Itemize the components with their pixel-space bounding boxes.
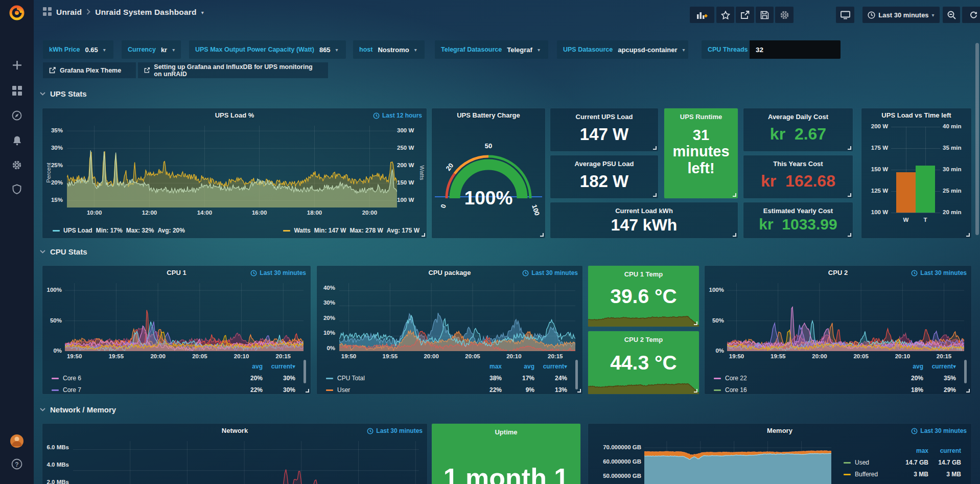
panel-cpu-1: CPU 1 Last 30 minutes 100% 50% 0% 19:50 …	[42, 266, 311, 394]
legend-cpu-package: maxavgcurrent▾ CPU Total 38%17%24% User …	[326, 363, 567, 394]
grafana-logo-icon[interactable]	[0, 2, 34, 24]
page-scrollbar[interactable]	[975, 43, 979, 235]
chevron-right-icon	[86, 8, 90, 17]
caret-down-icon: ▾	[103, 47, 106, 53]
chevron-down-icon	[40, 408, 45, 411]
legend-scrollbar[interactable]	[575, 360, 578, 389]
cpu2-chart[interactable]	[727, 283, 964, 351]
chevron-down-icon	[40, 250, 45, 253]
panel-this-years-cost: This Years Cost kr 162.68	[743, 155, 853, 198]
cpu-package-chart[interactable]	[339, 283, 575, 351]
variable-host[interactable]: host Nostromo ▾	[353, 40, 425, 59]
variable-currency[interactable]: Currency kr ▾	[122, 40, 181, 59]
resize-handle[interactable]	[577, 389, 581, 393]
panel-time-range[interactable]: Last 30 minutes	[250, 269, 306, 276]
alerting-bell-icon[interactable]	[0, 130, 34, 151]
panel-current-load-kwh: Current Load kWh 147 kWh	[550, 202, 738, 238]
explore-compass-icon[interactable]	[0, 105, 34, 126]
top-navbar: Unraid Unraid System Dashboard ▾ Last 3	[34, 0, 980, 25]
help-icon[interactable]: ?	[0, 454, 34, 474]
panel-ups-battery-charge: UPS Battery Charge 0 20 50 100 100%	[432, 108, 545, 238]
panel-uptime: Uptime 1 month 1	[432, 424, 580, 484]
series-swatch	[52, 389, 59, 391]
panel-time-range[interactable]: Last 12 hours	[373, 112, 422, 119]
resize-handle[interactable]	[733, 233, 736, 237]
apps-grid-icon[interactable]	[43, 7, 52, 18]
resize-handle[interactable]	[848, 193, 851, 197]
bar-watts[interactable]	[896, 172, 916, 213]
dashboards-icon[interactable]	[0, 80, 34, 101]
panel-time-range[interactable]: Last 30 minutes	[367, 427, 423, 434]
user-avatar[interactable]	[0, 431, 34, 451]
resize-handle[interactable]	[653, 193, 657, 197]
variable-telegraf-datasource[interactable]: Telegraf Datasource Telegraf ▾	[435, 40, 548, 59]
section-network-memory[interactable]: Network / Memory	[40, 405, 116, 414]
series-swatch	[52, 378, 59, 379]
breadcrumb-dashboard[interactable]: Unraid System Dashboard	[95, 8, 196, 17]
variable-ups-datasource[interactable]: UPS Datasource apcupsd-container ▾	[557, 40, 688, 59]
resize-handle[interactable]	[966, 389, 970, 393]
clock-icon	[868, 11, 875, 19]
panel-average-daily-cost: Average Daily Cost kr 2.67	[743, 108, 853, 151]
cpu1-chart[interactable]	[65, 283, 304, 351]
memory-chart[interactable]	[644, 441, 831, 484]
series-swatch	[714, 378, 721, 379]
resize-handle[interactable]	[966, 233, 970, 237]
section-cpu-stats[interactable]: CPU Stats	[40, 247, 87, 256]
bar-time[interactable]	[916, 166, 935, 213]
legend-row: Core 16 18%29%	[714, 386, 956, 394]
svg-text:100: 100	[530, 203, 541, 216]
ups-bar-chart[interactable]	[891, 127, 940, 213]
resize-handle[interactable]	[422, 233, 425, 237]
caret-down-icon: ▾	[538, 47, 540, 53]
link-ups-monitoring-guide[interactable]: Setting up Grafana and InfluxDB for UPS …	[138, 62, 328, 78]
dashboard-caret-icon[interactable]: ▾	[201, 10, 204, 15]
panel-time-range[interactable]: Last 30 minutes	[911, 427, 967, 434]
svg-text:?: ?	[15, 461, 18, 468]
clock-icon	[373, 112, 380, 119]
series-swatch	[326, 389, 333, 391]
resize-handle[interactable]	[694, 389, 697, 393]
section-ups-stats[interactable]: UPS Stats	[40, 89, 87, 98]
link-grafana-plex-theme[interactable]: Grafana Plex Theme	[43, 62, 136, 78]
ups-load-chart[interactable]	[67, 126, 397, 208]
legend-watts[interactable]: Watts Min: 147 W Max: 278 W Avg: 175 W	[283, 227, 419, 234]
admin-shield-icon[interactable]	[0, 179, 34, 199]
configuration-gear-icon[interactable]	[0, 155, 34, 175]
time-range-picker[interactable]: Last 30 minutes ▾	[862, 7, 940, 23]
resize-handle[interactable]	[306, 389, 309, 393]
legend-row: Core 7 22%30%	[52, 386, 295, 394]
panel-time-range[interactable]: Last 30 minutes	[911, 269, 967, 276]
panel-cpu-package: CPU package Last 30 minutes 40% 30% 20% …	[317, 266, 582, 394]
x-axis: 19:50 19:55 20:00 20:05 20:10 20:15	[339, 353, 575, 361]
settings-gear-button[interactable]	[775, 7, 794, 23]
create-plus-icon[interactable]	[0, 55, 34, 75]
zoom-out-button[interactable]	[943, 7, 960, 23]
resize-handle[interactable]	[733, 193, 736, 197]
gauge-value: 100%	[464, 188, 513, 209]
resize-handle[interactable]	[653, 146, 657, 150]
legend-ups-load[interactable]: UPS Load Min: 17% Max: 32% Avg: 20%	[53, 227, 185, 234]
breadcrumb-app[interactable]: Unraid	[56, 8, 82, 17]
caret-down-icon: ▾	[172, 47, 175, 53]
legend-scrollbar[interactable]	[304, 360, 306, 383]
resize-handle[interactable]	[694, 321, 697, 325]
share-button[interactable]	[736, 7, 754, 23]
panel-ups-load-vs-time-left: UPS Load vs Time left 200 W 175 W 150 W …	[861, 108, 971, 238]
panel-time-range[interactable]: Last 30 minutes	[522, 269, 578, 276]
add-panel-button[interactable]	[690, 7, 714, 23]
resize-handle[interactable]	[848, 233, 851, 237]
panel-cpu1-temp: CPU 1 Temp 39.6 °C	[588, 266, 699, 327]
x-axis: 10:00 12:00 14:00 16:00 18:00 20:00	[67, 210, 397, 218]
cpu-threads-input[interactable]	[750, 40, 841, 59]
variable-ups-max-output[interactable]: UPS Max Output Power Capacity (Watt) 865…	[189, 40, 346, 59]
legend-scrollbar[interactable]	[964, 360, 967, 383]
save-button[interactable]	[756, 7, 774, 23]
refresh-button[interactable]: 5s ▾	[962, 7, 980, 23]
resize-handle[interactable]	[540, 233, 544, 237]
tv-kiosk-button[interactable]	[836, 7, 854, 23]
star-button[interactable]	[716, 7, 734, 23]
series-swatch	[326, 378, 333, 379]
variable-kwh-price[interactable]: kWh Price 0.65 ▾	[43, 40, 113, 59]
network-chart[interactable]	[73, 441, 419, 484]
